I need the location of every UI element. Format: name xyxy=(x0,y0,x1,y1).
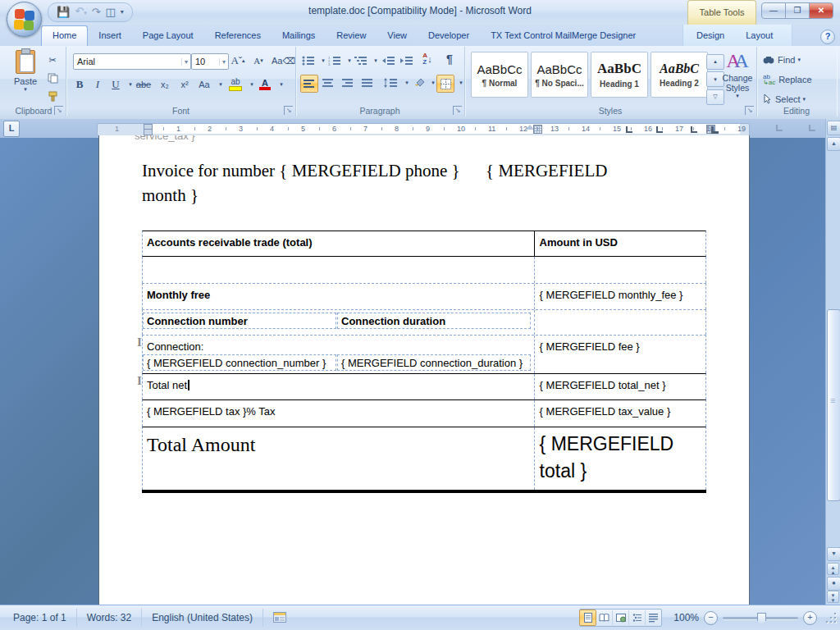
bold-button[interactable]: B xyxy=(71,76,88,93)
underline-button[interactable]: U xyxy=(107,76,124,93)
tab-insert[interactable]: Insert xyxy=(88,25,132,46)
web-layout-view-button[interactable] xyxy=(613,610,629,625)
paragraph-dialog-launcher[interactable]: ↘ xyxy=(453,106,462,115)
font-dialog-launcher[interactable]: ↘ xyxy=(284,106,293,115)
help-icon[interactable]: ? xyxy=(820,30,835,44)
tab-page-layout[interactable]: Page Layout xyxy=(132,25,204,46)
borders-button[interactable] xyxy=(436,75,454,93)
decrease-indent-icon[interactable] xyxy=(381,52,397,69)
draft-view-button[interactable] xyxy=(646,610,661,625)
macro-record-icon[interactable] xyxy=(263,609,296,627)
fee-field[interactable]: { MERGEFIELD fee } xyxy=(534,336,705,373)
grow-font-icon[interactable]: Aˇ▴ xyxy=(230,52,246,69)
change-case-dropdown-arrow[interactable]: ▾ xyxy=(212,76,229,93)
superscript-button[interactable]: x² xyxy=(176,76,193,93)
vertical-scrollbar[interactable]: ▤ ▲ ▼ ▲▲ ● ▼▼ xyxy=(825,119,840,605)
tab-developer[interactable]: Developer xyxy=(418,25,480,46)
justify-button[interactable] xyxy=(359,75,376,91)
next-page-button[interactable]: ▼▼ xyxy=(827,591,839,603)
style-heading2[interactable]: AaBbC Heading 2 xyxy=(651,52,708,98)
font-color-dropdown-arrow[interactable]: ▾ xyxy=(273,76,290,93)
full-screen-reading-view-button[interactable] xyxy=(596,610,613,625)
tab-home[interactable]: Home xyxy=(41,25,88,47)
zoom-level[interactable]: 100% xyxy=(673,612,699,623)
table-header-left[interactable]: Accounts receivable trade (total) xyxy=(143,231,534,256)
invoice-table[interactable]: Accounts receivable trade (total) Amount… xyxy=(142,231,706,493)
show-hide-pilcrow-button[interactable]: ¶ xyxy=(441,51,458,67)
tab-selector[interactable]: L xyxy=(3,121,20,137)
tab-tx-mailmerge-designer[interactable]: TX Text Control MailMerge Designer xyxy=(480,25,646,46)
tab-design[interactable]: Design xyxy=(686,25,735,46)
office-button[interactable] xyxy=(7,2,42,37)
zoom-in-button[interactable]: + xyxy=(803,611,817,625)
page-indicator[interactable]: Page: 1 of 1 xyxy=(3,609,77,627)
align-center-button[interactable] xyxy=(320,75,336,91)
sort-icon[interactable]: AZ ↓ xyxy=(418,51,436,67)
font-color-button[interactable]: A xyxy=(257,76,273,93)
language-indicator[interactable]: English (United States) xyxy=(142,609,263,627)
tab-layout[interactable]: Layout xyxy=(735,25,783,46)
multilevel-list-icon[interactable] xyxy=(353,52,369,69)
style-no-spacing[interactable]: AaBbCc ¶ No Spaci... xyxy=(531,52,588,98)
styles-dialog-launcher[interactable]: ↘ xyxy=(745,106,754,115)
tax-value-field[interactable]: { MERGEFIELD tax_value } xyxy=(534,400,705,427)
tax-label[interactable]: { MERGEFIELD tax }% Tax xyxy=(143,400,534,427)
cut-icon[interactable]: ✂ xyxy=(44,52,61,68)
select-browse-object-button[interactable]: ● xyxy=(827,577,840,591)
bullets-icon[interactable] xyxy=(300,52,317,69)
highlight-button[interactable]: ab xyxy=(227,76,244,93)
connection-number-field[interactable]: { MERGEFIELD connection_number } xyxy=(143,354,336,371)
previous-page-button[interactable]: ▲▲ xyxy=(827,563,839,575)
zoom-out-button[interactable]: − xyxy=(704,611,718,625)
total-field[interactable]: { MERGEFIELD total } xyxy=(534,427,705,490)
font-name-combo[interactable]: Arial▾ xyxy=(73,53,191,70)
scroll-down-arrow[interactable]: ▼ xyxy=(827,547,840,561)
change-styles-button[interactable]: AA Change Styles ▾ xyxy=(720,50,755,99)
tab-view[interactable]: View xyxy=(377,25,418,46)
document-heading[interactable]: Invoice for number { MERGEFIELD phone } … xyxy=(142,158,683,208)
clear-formatting-icon[interactable]: Aa⌫ xyxy=(272,52,295,69)
minimize-button[interactable]: — xyxy=(761,2,786,19)
print-layout-view-button[interactable] xyxy=(579,609,596,626)
scroll-up-arrow[interactable]: ▲ xyxy=(827,137,840,151)
italic-button[interactable]: I xyxy=(89,76,106,93)
font-size-combo[interactable]: 10▾ xyxy=(191,53,229,70)
select-button[interactable]: Select▾ xyxy=(763,91,806,107)
replace-button[interactable]: ab↳ac Replace xyxy=(763,71,812,88)
scrollbar-thumb[interactable] xyxy=(827,309,840,501)
tab-stop-3[interactable] xyxy=(691,126,697,133)
align-right-button[interactable] xyxy=(340,75,356,91)
style-normal[interactable]: AaBbCc ¶ Normal xyxy=(471,52,528,98)
strikethrough-button[interactable]: abe xyxy=(135,76,152,93)
zoom-slider[interactable] xyxy=(723,617,798,619)
tab-references[interactable]: References xyxy=(204,25,272,46)
word-count[interactable]: Words: 32 xyxy=(77,609,142,627)
increase-indent-icon[interactable] xyxy=(399,52,415,69)
clipboard-dialog-launcher[interactable]: ↘ xyxy=(54,106,63,115)
connection-duration-field[interactable]: { MERGEFIELD connection_duration } xyxy=(337,354,531,371)
resize-grip[interactable] xyxy=(825,612,837,623)
outline-view-button[interactable] xyxy=(629,610,646,625)
tab-review[interactable]: Review xyxy=(326,25,377,46)
tab-mailings[interactable]: Mailings xyxy=(272,25,326,46)
zoom-slider-thumb[interactable] xyxy=(757,613,766,625)
numbering-icon[interactable]: 123 xyxy=(326,52,343,69)
close-button[interactable]: ✕ xyxy=(809,2,833,19)
paste-dropdown-arrow[interactable]: ▾ xyxy=(10,86,41,93)
paste-button[interactable]: Paste ▾ xyxy=(10,50,41,93)
total-amount-label[interactable]: Total Amount xyxy=(143,427,534,490)
shrink-font-icon[interactable]: A▾ xyxy=(250,52,267,69)
table-header-right[interactable]: Amount in USD xyxy=(534,231,705,256)
toggle-ruler-button[interactable]: ▤ xyxy=(827,121,840,135)
document-page[interactable]: service_tax } Invoice for number { MERGE… xyxy=(98,135,750,605)
restore-button[interactable]: ❐ xyxy=(785,2,810,19)
total-net-field[interactable]: { MERGEFIELD total_net } xyxy=(534,374,705,399)
monthly-fee-field[interactable]: { MERGEFIELD monthly_fee } xyxy=(534,284,705,309)
total-net-label[interactable]: Total net xyxy=(143,374,534,399)
connection-duration-header[interactable]: Connection duration xyxy=(337,313,531,329)
copy-icon[interactable] xyxy=(44,70,61,86)
monthly-free-label[interactable]: Monthly free xyxy=(143,284,534,309)
style-heading1[interactable]: AaBbC Heading 1 xyxy=(591,52,648,98)
line-spacing-icon[interactable] xyxy=(382,75,399,91)
align-left-button[interactable] xyxy=(300,75,318,93)
